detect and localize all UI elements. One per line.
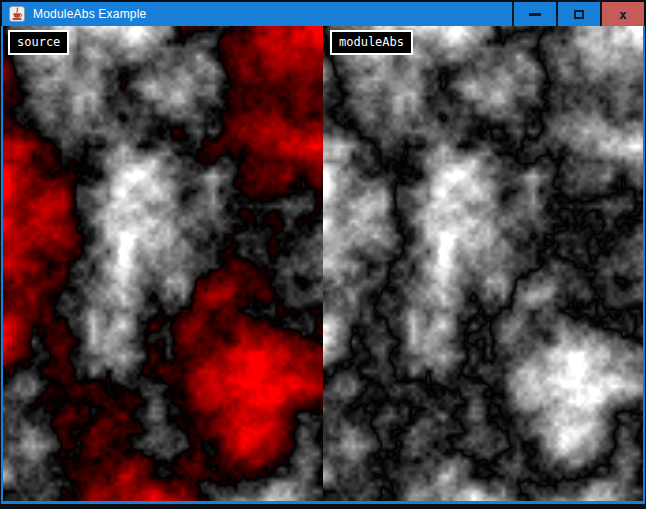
window-border-left [1, 26, 3, 501]
close-button[interactable]: x [600, 2, 644, 26]
render-area: source moduleAbs [3, 26, 643, 501]
window-title: ModuleAbs Example [33, 7, 146, 21]
maximize-icon [574, 10, 584, 19]
window-border-right [643, 26, 645, 501]
titlebar[interactable]: ModuleAbs Example x [2, 2, 644, 26]
minimize-icon [529, 13, 541, 16]
source-render-canvas [3, 26, 323, 501]
moduleabs-label: moduleAbs [330, 30, 413, 55]
window-controls: x [512, 2, 644, 26]
maximize-button[interactable] [556, 2, 600, 26]
moduleabs-render-canvas [323, 26, 643, 501]
java-app-icon [9, 6, 25, 22]
window-border-bottom [1, 501, 645, 504]
minimize-button[interactable] [512, 2, 556, 26]
source-label: source [8, 30, 69, 55]
app-window: ModuleAbs Example x source moduleAbs [0, 0, 646, 509]
close-icon: x [619, 8, 627, 21]
